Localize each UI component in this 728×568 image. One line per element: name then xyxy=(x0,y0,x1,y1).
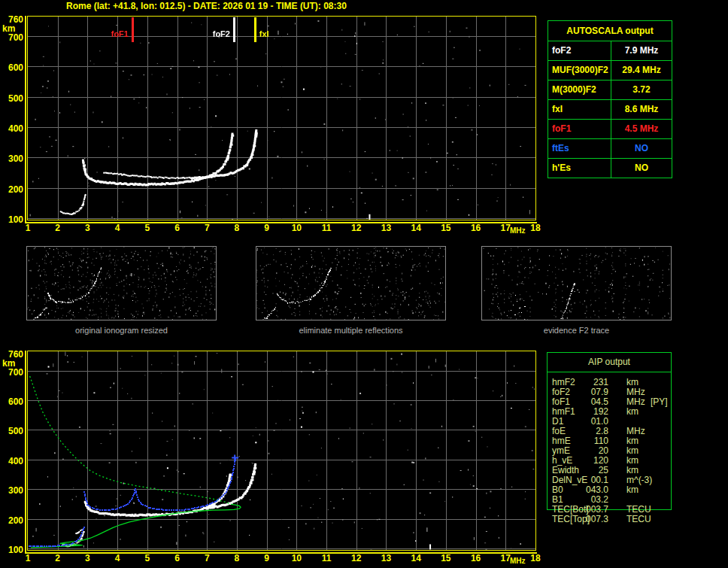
autoscala-row: ftEsNO xyxy=(548,138,672,158)
y-tick-label: 400 xyxy=(0,124,23,133)
autoscala-row-label: fxI xyxy=(548,100,611,119)
autoscala-row: foF14.5 MHz xyxy=(548,119,672,138)
bottom-ionogram-xaxis-line xyxy=(25,552,537,554)
x-tick-label: 14 xyxy=(411,223,420,232)
aip-row-extra: [PY] xyxy=(651,397,668,407)
x-tick-label: 11 xyxy=(322,223,332,232)
x-tick-label: 13 xyxy=(381,554,391,563)
aip-row: D101.0 xyxy=(547,417,675,427)
aip-output-table: AIP output hmF2231kmfoF207.9MHzfoF104.5M… xyxy=(547,352,675,528)
top-ionogram-frame xyxy=(27,16,536,220)
x-tick-label: 12 xyxy=(351,554,361,563)
bottom-ionogram-frame xyxy=(27,351,536,551)
x-tick-label: 18 xyxy=(530,554,540,563)
autoscala-row-label: MUF(3000)F2 xyxy=(548,61,611,80)
autoscala-row: MUF(3000)F229.4 MHz xyxy=(548,60,672,80)
x-tick-label: 5 xyxy=(144,554,150,563)
thumbnail-original-canvas xyxy=(27,247,216,320)
autoscala-row-label: foF2 xyxy=(548,41,611,60)
x-tick-label: 12 xyxy=(351,223,361,232)
x-tick-label: 16 xyxy=(471,554,481,563)
x-tick-label: 13 xyxy=(381,223,391,232)
thumbnail-eliminate-multiples-caption: eliminate multiple reflections xyxy=(256,326,446,335)
x-tick-label: 3 xyxy=(85,554,90,563)
x-tick-label: 7 xyxy=(205,223,210,232)
bottom-mhz-unit-label: MHz xyxy=(510,557,526,565)
x-tick-label: 8 xyxy=(235,554,240,563)
bottom-ionogram-yaxis-line xyxy=(25,351,26,554)
autoscala-table-header: AUTOSCALA output xyxy=(548,21,672,41)
autoscala-row-value: 3.72 xyxy=(611,80,672,99)
autoscala-row: h'EsNO xyxy=(548,158,672,178)
autoscala-row-value: NO xyxy=(611,139,672,158)
y-tick-label: 500 xyxy=(0,94,23,103)
x-tick-label: 9 xyxy=(264,223,269,232)
y-tick-label: 700 xyxy=(0,368,23,377)
top-ionogram-canvas xyxy=(28,17,535,220)
y-tick-label: 300 xyxy=(0,486,23,495)
x-tick-label: 8 xyxy=(235,223,240,232)
x-tick-label: 4 xyxy=(115,223,120,232)
y-tick-label: 400 xyxy=(0,457,23,466)
thumbnail-evidence-f2-canvas xyxy=(482,247,671,320)
autoscala-row-label: foF1 xyxy=(548,120,611,138)
autoscala-row: fxI8.6 MHz xyxy=(548,99,672,119)
autoscala-row-value: 7.9 MHz xyxy=(611,41,672,60)
autoscala-row: M(3000)F23.72 xyxy=(548,80,672,99)
y-tick-label: 200 xyxy=(0,185,23,194)
x-tick-label: 15 xyxy=(441,554,450,563)
aip-row: TEC[Top]007.3TECU xyxy=(547,515,675,524)
aip-row-unit: TECU xyxy=(626,515,651,524)
top-mhz-unit-label: MHz xyxy=(510,226,526,235)
autoscala-row-label: h'Es xyxy=(548,159,611,178)
autoscala-row-value: NO xyxy=(611,159,672,178)
thumbnail-original xyxy=(26,246,217,320)
x-tick-label: 4 xyxy=(115,554,120,563)
y-tick-label: 760 xyxy=(0,350,23,359)
autoscala-row-label: M(3000)F2 xyxy=(548,80,611,99)
x-tick-label: 1 xyxy=(26,554,31,563)
aip-row: B0043.0km xyxy=(547,485,675,495)
autoscala-row: foF27.9 MHz xyxy=(548,41,672,60)
thumbnail-original-caption: original ionogram resized xyxy=(26,326,217,335)
aip-header-underline xyxy=(547,372,672,372)
x-tick-label: 5 xyxy=(144,223,150,232)
thumbnail-eliminate-multiples xyxy=(256,246,446,320)
aip-row-unit: km xyxy=(626,485,639,495)
y-tick-label: 600 xyxy=(0,63,23,72)
x-tick-label: 6 xyxy=(174,223,180,232)
y-tick-label: 600 xyxy=(0,397,23,406)
marker-foF2-label: foF2 xyxy=(213,30,230,38)
aip-row-unit: km xyxy=(626,407,639,417)
marker-foF1-label: foF1 xyxy=(111,30,129,38)
x-tick-label: 10 xyxy=(292,223,302,232)
bottom-ionogram-canvas xyxy=(28,351,535,550)
aip-row-value: 007.3 xyxy=(574,515,608,524)
page-title: Rome (lat: +41.8, lon: 012.5) - DATE: 20… xyxy=(66,1,347,11)
x-tick-label: 2 xyxy=(55,223,60,232)
autoscala-row-value: 4.5 MHz xyxy=(611,120,672,138)
autoscala-output-table: AUTOSCALA output foF27.9 MHzMUF(3000)F22… xyxy=(548,20,672,178)
top-ionogram-yaxis-line xyxy=(25,16,26,223)
x-tick-label: 17 xyxy=(501,223,511,232)
x-tick-label: 18 xyxy=(530,223,540,232)
aip-row: DelN_vE00.1m^(-3) xyxy=(547,475,675,485)
x-tick-label: 14 xyxy=(411,554,420,563)
thumbnail-evidence-f2 xyxy=(481,246,672,320)
aip-table-header: AIP output xyxy=(547,357,672,367)
y-tick-label: 100 xyxy=(0,545,23,554)
autoscala-row-value: 8.6 MHz xyxy=(611,100,672,119)
x-tick-label: 10 xyxy=(292,554,302,563)
aip-row: hmF1192km xyxy=(547,407,675,417)
x-tick-label: 15 xyxy=(441,223,450,232)
y-tick-label: 200 xyxy=(0,516,23,525)
x-tick-label: 9 xyxy=(264,554,269,563)
autoscala-row-label: ftEs xyxy=(548,139,611,158)
x-tick-label: 11 xyxy=(322,554,332,563)
autoscala-screen: Rome (lat: +41.8, lon: 012.5) - DATE: 20… xyxy=(0,0,728,568)
y-tick-label: 760 xyxy=(0,15,23,24)
x-tick-label: 3 xyxy=(85,223,90,232)
y-tick-label: 500 xyxy=(0,427,23,436)
thumbnail-eliminate-multiples-canvas xyxy=(256,247,445,320)
x-tick-label: 6 xyxy=(174,554,180,563)
